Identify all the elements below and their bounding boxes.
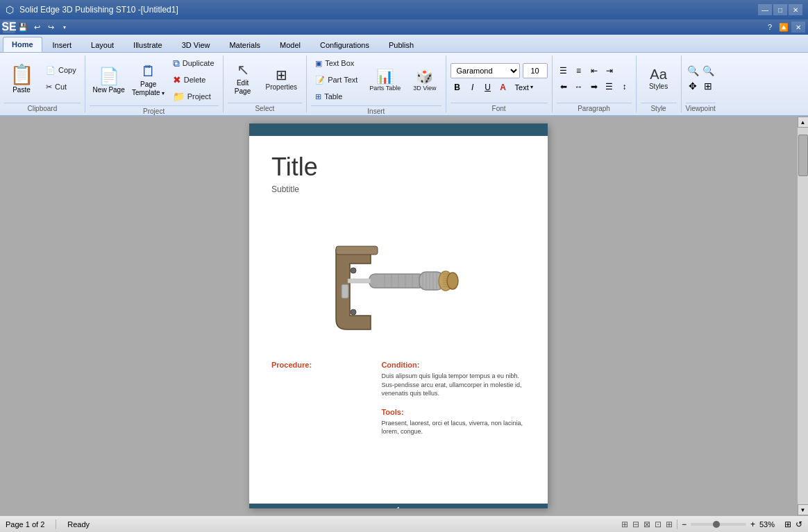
pan-button[interactable]: ✥ [686, 79, 700, 93]
vertical-scrollbar: ▲ ▼ [797, 117, 808, 515]
para-extra-button[interactable]: ↕ [618, 80, 632, 94]
part-text-label: Part Text [328, 76, 357, 84]
view-mode-2-button[interactable]: ⊟ [632, 520, 639, 529]
zoom-in-button[interactable]: 🔍 [686, 64, 700, 78]
save-button[interactable]: 💾 [17, 21, 29, 33]
procedure-section: Procedure: [271, 361, 367, 436]
tab-layout[interactable]: Layout [82, 37, 123, 52]
redo-button[interactable]: ↪ [44, 21, 57, 33]
list-bullet-button[interactable]: ☰ [557, 64, 571, 78]
status-right: ⊞ ⊟ ⊠ ⊡ ⊞ − + 53% ⊞ ↺ [621, 520, 802, 529]
maximize-button[interactable]: □ [773, 4, 787, 15]
minimize-button[interactable]: — [758, 4, 772, 15]
scroll-thumb[interactable] [798, 135, 808, 176]
page-document: Title Subtitle [249, 123, 548, 508]
select-group-label: Select [228, 103, 303, 112]
page-subtitle: Subtitle [271, 185, 525, 194]
align-center-button[interactable]: ↔ [572, 80, 586, 94]
ribbon-group-style: Aa Styles Style [637, 55, 682, 112]
ribbon-minimize-button[interactable]: 🔼 [777, 21, 790, 33]
copy-button[interactable]: 📄 Copy [42, 62, 81, 78]
paste-button[interactable]: 📋 Paste [4, 58, 39, 98]
align-justify-button[interactable]: ☰ [603, 80, 616, 94]
fit-page-button[interactable]: ⊞ [784, 520, 791, 529]
paste-icon: 📋 [10, 63, 34, 86]
styles-button[interactable]: Aa Styles [641, 58, 677, 98]
scroll-down-button[interactable]: ▼ [798, 504, 809, 515]
part-text-button[interactable]: 📝 Part Text [311, 72, 362, 87]
duplicate-button[interactable]: ⧉ Duplicate [169, 55, 219, 71]
properties-icon: ⊞ [276, 67, 287, 83]
project-button[interactable]: 📁 Project [169, 89, 219, 104]
align-right-button[interactable]: ➡ [587, 80, 601, 94]
new-page-button[interactable]: 📄 New Page [90, 60, 128, 100]
tab-home[interactable]: Home [3, 37, 42, 52]
styles-icon: Aa [650, 67, 666, 83]
italic-button[interactable]: I [466, 80, 480, 94]
tab-illustrate[interactable]: Illustrate [124, 37, 171, 52]
font-name-select[interactable]: Garamond [451, 63, 520, 78]
project-icon: 📁 [173, 91, 185, 102]
tab-configurations[interactable]: Configurations [311, 37, 378, 52]
underline-button[interactable]: U [481, 80, 495, 94]
properties-button[interactable]: ⊞ Properties [261, 58, 303, 98]
app-icon: ⬡ [6, 4, 14, 15]
table-button[interactable]: ⊞ Table [311, 89, 362, 104]
status-separator [56, 520, 56, 529]
close-button[interactable]: ✕ [789, 4, 802, 15]
tab-materials[interactable]: Materials [220, 37, 269, 52]
ribbon-group-viewpoint: 🔍 🔍 ✥ ⊞ Viewpoint [682, 55, 720, 112]
qa-dropdown-button[interactable]: ▾ [58, 21, 71, 33]
project-group-label: Project [90, 105, 219, 115]
parts-table-button[interactable]: 📊 Parts Table [364, 60, 405, 100]
indent-inc-button[interactable]: ⇥ [603, 64, 616, 78]
zoom-slider[interactable] [691, 523, 746, 526]
cut-button[interactable]: ✂ Cut [42, 79, 81, 94]
view-mode-3-button[interactable]: ⊠ [643, 520, 650, 529]
insert-group-label: Insert [311, 105, 441, 115]
sync-view-button[interactable]: ↺ [796, 520, 802, 529]
view-mode-5-button[interactable]: ⊞ [666, 520, 673, 529]
edit-page-button[interactable]: ↖ Edit Page [228, 58, 258, 98]
ribbon-group-select: ↖ Edit Page ⊞ Properties Select [224, 55, 308, 112]
tab-model[interactable]: Model [271, 37, 310, 52]
quick-access-toolbar: SE 💾 ↩ ↪ ▾ ? 🔼 ✕ [0, 19, 808, 35]
list-number-button[interactable]: ≡ [572, 64, 586, 78]
indent-dec-button[interactable]: ⇤ [587, 64, 601, 78]
3d-view-button[interactable]: 🎲 3D View [408, 60, 441, 100]
font-size-input[interactable] [523, 63, 548, 78]
undo-button[interactable]: ↩ [31, 21, 43, 33]
align-left-button[interactable]: ⬅ [557, 80, 571, 94]
app-menu-button[interactable]: SE [3, 21, 15, 33]
micrometer-svg [308, 215, 489, 340]
page-header-bar [249, 123, 548, 136]
zoom-out-button[interactable]: 🔍 [701, 64, 715, 78]
tab-publish[interactable]: Publish [380, 37, 423, 52]
svg-rect-3 [342, 284, 348, 298]
view-mode-4-button[interactable]: ⊡ [655, 520, 662, 529]
view-mode-1-button[interactable]: ⊞ [621, 520, 628, 529]
highlight-button[interactable]: A [496, 80, 510, 94]
delete-button[interactable]: ✖ Delete [169, 72, 219, 87]
fit-button[interactable]: ⊞ [701, 79, 715, 93]
zoom-in-status-button[interactable]: + [750, 520, 755, 529]
page-template-button[interactable]: 🗒 Page Template ▾ [131, 60, 166, 100]
bold-button[interactable]: B [451, 80, 464, 94]
zoom-out-status-button[interactable]: − [682, 520, 687, 529]
font-color-btn[interactable]: Text ▾ [512, 81, 537, 94]
text-box-button[interactable]: ▣ Text Box [311, 55, 362, 71]
paragraph-group-label: Paragraph [557, 103, 632, 112]
canvas-area[interactable]: Title Subtitle [0, 117, 797, 515]
page-title: Title [271, 153, 525, 182]
3d-view-icon: 🎲 [416, 68, 433, 85]
copy-label: Copy [58, 66, 76, 74]
tab-3dview[interactable]: 3D View [173, 37, 219, 52]
text-box-icon: ▣ [315, 59, 322, 68]
zoom-thumb[interactable] [713, 521, 720, 528]
tab-insert[interactable]: Insert [44, 37, 81, 52]
app-close-button[interactable]: ✕ [791, 22, 805, 33]
scroll-up-button[interactable]: ▲ [798, 117, 809, 128]
main-area: Title Subtitle [0, 117, 808, 515]
scroll-track[interactable] [798, 128, 809, 504]
help-button[interactable]: ? [764, 21, 776, 33]
